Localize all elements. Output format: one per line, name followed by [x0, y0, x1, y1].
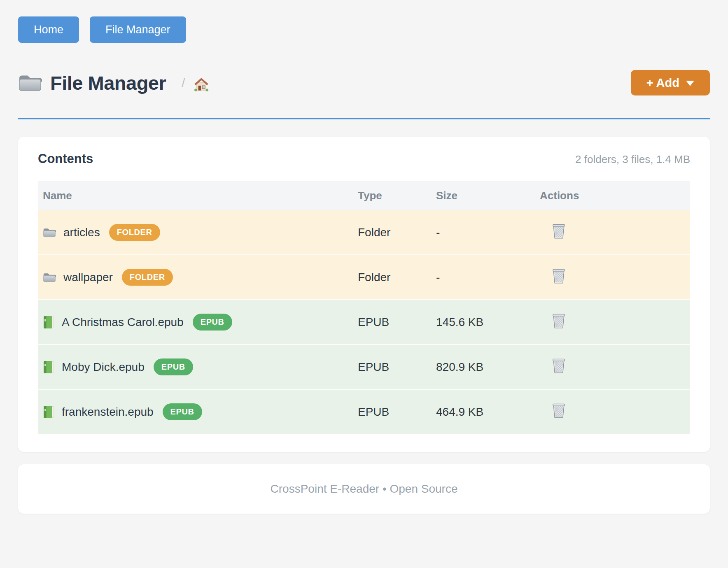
- epub-badge: EPUB: [163, 403, 202, 420]
- file-name[interactable]: Moby Dick.epub: [62, 361, 145, 374]
- epub-badge: EPUB: [154, 358, 193, 375]
- delete-button[interactable]: [540, 402, 566, 419]
- book-icon: [43, 405, 54, 419]
- table-row[interactable]: articles FOLDER Folder -: [38, 210, 690, 255]
- file-type: EPUB: [353, 389, 431, 434]
- file-name[interactable]: wallpaper: [63, 271, 113, 284]
- delete-button[interactable]: [540, 357, 566, 374]
- folder-icon: [18, 73, 42, 93]
- add-button[interactable]: + Add: [631, 70, 710, 95]
- epub-badge: EPUB: [193, 314, 232, 331]
- caret-down-icon: [686, 81, 694, 86]
- file-type: EPUB: [353, 345, 431, 389]
- footer-text: CrossPoint E-Reader • Open Source: [18, 482, 710, 496]
- trash-icon: [551, 312, 566, 329]
- contents-card-header: Contents 2 folders, 3 files, 1.4 MB: [38, 151, 690, 166]
- contents-summary: 2 folders, 3 files, 1.4 MB: [575, 153, 690, 166]
- folder-icon: [43, 226, 56, 239]
- column-header-size: Size: [431, 181, 535, 210]
- file-name[interactable]: articles: [63, 226, 100, 239]
- file-size: -: [431, 210, 535, 255]
- house-icon[interactable]: [194, 77, 209, 92]
- folder-badge: FOLDER: [122, 269, 173, 286]
- file-name[interactable]: A Christmas Carol.epub: [62, 316, 184, 329]
- file-manager-button[interactable]: File Manager: [90, 16, 186, 43]
- title-group: File Manager /: [18, 72, 209, 94]
- title-underline: [18, 118, 710, 119]
- file-type: Folder: [353, 255, 431, 300]
- table-row[interactable]: wallpaper FOLDER Folder -: [38, 255, 690, 300]
- breadcrumb-separator: /: [182, 76, 185, 90]
- delete-button[interactable]: [540, 268, 566, 284]
- file-type: Folder: [353, 210, 431, 255]
- footer-card: CrossPoint E-Reader • Open Source: [18, 464, 710, 514]
- folder-icon: [43, 271, 56, 284]
- file-size: 145.6 KB: [431, 300, 535, 345]
- column-header-name: Name: [38, 181, 353, 210]
- home-button[interactable]: Home: [18, 16, 79, 43]
- table-row[interactable]: frankenstein.epub EPUB EPUB 464.9 KB: [38, 389, 690, 434]
- trash-icon: [551, 223, 566, 239]
- page-title: File Manager: [50, 72, 166, 94]
- table-header-row: Name Type Size Actions: [38, 181, 690, 210]
- trash-icon: [551, 357, 566, 374]
- column-header-actions: Actions: [535, 181, 690, 210]
- table-row[interactable]: Moby Dick.epub EPUB EPUB 820.9 KB: [38, 345, 690, 389]
- book-icon: [43, 316, 54, 329]
- file-manager-page: Home File Manager File Manager / + Add C…: [0, 0, 728, 514]
- page-header: File Manager / + Add: [18, 70, 710, 95]
- folder-badge: FOLDER: [109, 224, 160, 241]
- file-size: -: [431, 255, 535, 300]
- table-row[interactable]: A Christmas Carol.epub EPUB EPUB 145.6 K…: [38, 300, 690, 345]
- add-button-label: + Add: [646, 76, 679, 90]
- delete-button[interactable]: [540, 223, 566, 239]
- book-icon: [43, 361, 54, 374]
- delete-button[interactable]: [540, 312, 566, 329]
- contents-title: Contents: [38, 151, 93, 166]
- file-type: EPUB: [353, 300, 431, 345]
- trash-icon: [551, 268, 566, 284]
- file-size: 464.9 KB: [431, 389, 535, 434]
- files-table: Name Type Size Actions articles FOLDER F…: [38, 181, 690, 434]
- top-nav: Home File Manager: [18, 16, 710, 43]
- file-size: 820.9 KB: [431, 345, 535, 389]
- file-name[interactable]: frankenstein.epub: [62, 405, 154, 419]
- trash-icon: [551, 402, 566, 419]
- contents-card: Contents 2 folders, 3 files, 1.4 MB Name…: [18, 137, 710, 452]
- column-header-type: Type: [353, 181, 431, 210]
